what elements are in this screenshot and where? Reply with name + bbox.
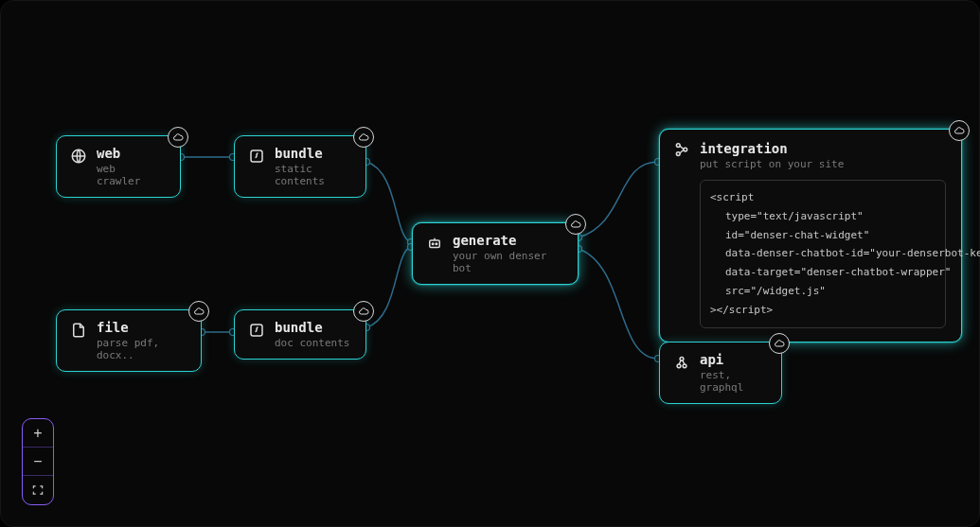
file-icon [70, 322, 87, 339]
node-sub: web crawler [97, 163, 165, 187]
fullscreen-icon [31, 483, 45, 497]
node-sub: put script on your site [700, 158, 946, 170]
cloud-icon [565, 214, 586, 235]
integration-code: <script type="text/javascript"id="denser… [700, 180, 946, 328]
node-title: api [700, 352, 766, 367]
function-icon [248, 322, 265, 339]
zoom-in-button[interactable]: + [23, 419, 53, 448]
cloud-icon [188, 301, 209, 322]
cloud-icon [353, 301, 374, 322]
node-generate[interactable]: generate your own denser bot [412, 222, 579, 285]
svg-point-22 [683, 364, 686, 368]
node-sub: doc contents [275, 337, 350, 349]
flow-canvas[interactable]: web web crawler bundle static contents f… [0, 0, 980, 527]
node-title: file [97, 320, 186, 335]
node-web[interactable]: web web crawler [56, 135, 181, 198]
cloud-icon [769, 333, 790, 354]
merge-icon [673, 141, 690, 158]
zoom-out-button[interactable]: − [23, 448, 53, 476]
node-sub: rest, graphql [700, 369, 766, 394]
fullscreen-button[interactable] [23, 476, 53, 504]
cloud-icon [168, 127, 188, 148]
globe-icon [70, 148, 87, 165]
node-title: integration [700, 141, 946, 156]
node-title: generate [453, 233, 562, 248]
node-bundle-doc[interactable]: bundle doc contents [234, 309, 366, 360]
svg-point-21 [677, 364, 681, 368]
svg-point-16 [432, 243, 434, 245]
node-bundle-static[interactable]: bundle static contents [234, 135, 366, 198]
bot-icon [426, 235, 443, 252]
node-title: bundle [275, 146, 350, 161]
node-sub: parse pdf, docx.. [97, 337, 186, 361]
node-sub: static contents [275, 163, 350, 187]
node-sub: your own denser bot [453, 250, 562, 274]
node-file[interactable]: file parse pdf, docx.. [56, 309, 202, 372]
svg-point-17 [436, 243, 437, 245]
cloud-icon [353, 127, 374, 148]
node-api[interactable]: api rest, graphql [659, 342, 782, 404]
node-title: web [97, 146, 165, 161]
node-title: bundle [275, 320, 350, 335]
svg-point-20 [684, 148, 687, 151]
node-integration[interactable]: integration put script on your site <scr… [659, 129, 962, 343]
zoom-controls: + − [22, 418, 54, 505]
svg-rect-15 [430, 240, 440, 248]
function-icon [248, 148, 265, 165]
webhook-icon [673, 354, 690, 371]
cloud-icon [949, 120, 970, 141]
